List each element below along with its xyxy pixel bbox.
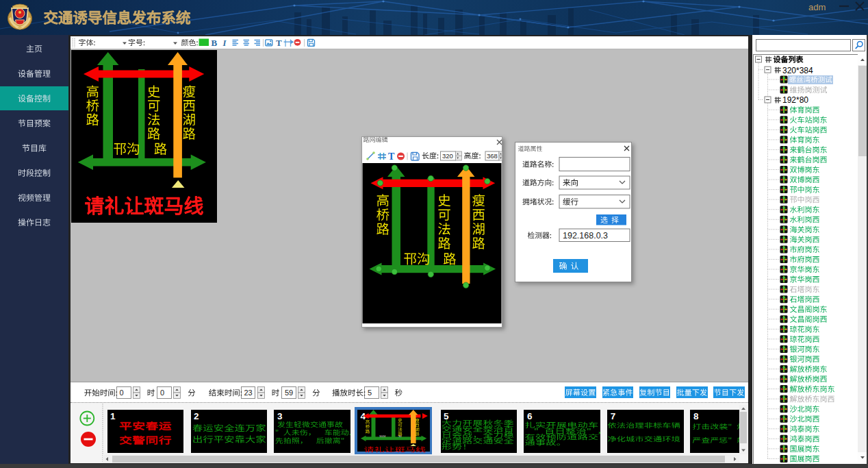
svg-text:192.168.0.3: 192.168.0.3: [563, 231, 608, 241]
svg-text:1024: 1024: [379, 434, 386, 437]
svg-text:T: T: [388, 151, 395, 162]
svg-text:B: B: [212, 38, 218, 48]
svg-text:30: 30: [398, 434, 402, 437]
svg-text:368: 368: [487, 152, 498, 160]
svg-text:T: T: [276, 38, 282, 48]
svg-text:320: 320: [442, 152, 453, 160]
svg-text:I: I: [222, 38, 227, 48]
